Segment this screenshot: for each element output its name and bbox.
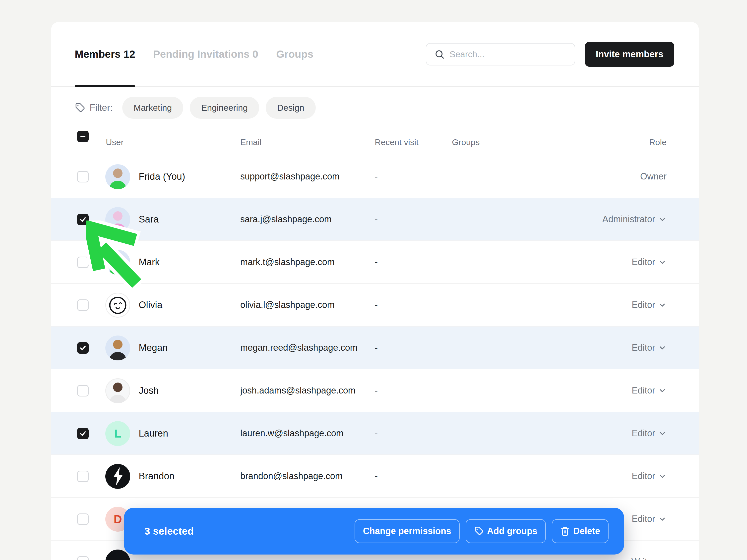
tab-pending-label: Pending Invitations 0 [153,48,258,60]
row-checkbox[interactable] [77,299,88,311]
table-row[interactable]: Mark mark.t@slashpage.com - Editor [51,241,699,284]
table-row[interactable]: Megan megan.reed@slashpage.com - Editor [51,326,699,369]
row-checkbox[interactable] [77,214,88,225]
role-label: Writer [632,557,655,560]
row-checkbox[interactable] [77,513,88,525]
row-checkbox[interactable] [77,385,88,397]
role-label: Editor [632,514,655,524]
change-permissions-button[interactable]: Change permissions [355,519,460,543]
member-email: megan.reed@slashpage.com [240,343,358,353]
row-checkbox[interactable] [77,257,88,268]
tab-groups[interactable]: Groups [276,22,313,86]
tab-members[interactable]: Members 12 [75,22,135,86]
role-dropdown[interactable]: Editor [632,343,667,353]
filter-chip-marketing[interactable]: Marketing [122,97,183,119]
filter-chip-design[interactable]: Design [266,97,316,119]
chevron-down-icon [658,558,667,560]
row-checkbox[interactable] [77,471,88,482]
member-name: Brandon [139,471,175,482]
members-page: Members 12 Pending Invitations 0 Groups … [0,0,747,560]
recent-visit-value: - [375,214,378,224]
recent-visit-value: - [375,343,378,353]
role-dropdown[interactable]: Editor [632,385,667,396]
row-checkbox[interactable] [77,428,88,439]
column-header-recent-visit: Recent visit [375,137,418,147]
recent-visit-value: - [375,300,378,310]
table-row[interactable]: Sara sara.j@slashpage.com - Administrato… [51,198,699,241]
column-header-role: Role [649,137,667,147]
member-name: Lauren [139,428,168,439]
column-header-user: User [106,137,124,147]
chevron-down-icon [658,386,667,395]
chevron-down-icon [658,215,667,223]
table-row[interactable]: L Lauren lauren.w@slashpage.com - Editor [51,412,699,455]
member-email: support@slashpage.com [240,171,340,182]
add-groups-button[interactable]: Add groups [466,519,546,543]
avatar [105,378,130,403]
search-input[interactable] [450,49,569,59]
role-label: Editor [632,300,655,310]
filter-chip-engineering[interactable]: Engineering [190,97,259,119]
chevron-down-icon [658,258,667,266]
member-name: Sara [139,214,159,225]
role-dropdown[interactable]: Administrator [602,214,667,224]
role-dropdown[interactable]: Editor [632,514,667,524]
avatar [105,464,130,489]
role-dropdown[interactable]: Editor [632,428,667,438]
row-checkbox[interactable] [77,342,88,354]
table-row[interactable]: Brandon brandon@slashpage.com - Editor [51,455,699,498]
header-row: Members 12 Pending Invitations 0 Groups … [51,22,699,87]
recent-visit-value: - [375,171,378,182]
avatar [105,293,130,318]
member-email: brandon@slashpage.com [240,471,343,481]
role-dropdown[interactable]: Editor [632,257,667,267]
column-header-groups: Groups [452,137,480,147]
tag-icon [474,526,484,536]
avatar [105,207,130,232]
role-label: Owner [640,171,667,182]
role-label: Editor [632,343,655,353]
role-dropdown[interactable]: Owner [640,171,667,182]
recent-visit-value: - [375,428,378,438]
chevron-down-icon [658,515,667,523]
member-name: Frida (You) [139,171,185,182]
member-email: josh.adams@slashpage.com [240,385,356,396]
avatar [105,250,130,275]
filter-label: Filter: [89,103,113,113]
select-all-checkbox[interactable] [77,131,88,142]
chevron-down-icon [658,344,667,352]
member-name: Megan [139,343,168,353]
role-dropdown[interactable]: Editor [632,471,667,481]
search-icon [434,49,445,59]
selected-count-label: 3 selected [145,526,194,537]
filter-row: Filter: Marketing Engineering Design [51,87,699,129]
member-email: lauren.w@slashpage.com [240,428,344,438]
table-header: User Email Recent visit Groups Role [51,129,699,155]
recent-visit-value: - [375,385,378,396]
search-box[interactable] [426,43,575,65]
table-row[interactable]: Josh josh.adams@slashpage.com - Editor [51,369,699,412]
table-row[interactable]: Frida (You) support@slashpage.com - Owne… [51,155,699,198]
member-name: Mark [139,257,160,268]
role-label: Editor [632,385,655,396]
member-name: Olivia [139,300,162,310]
table-body: Frida (You) support@slashpage.com - Owne… [51,155,699,560]
member-email: sara.j@slashpage.com [240,214,332,224]
row-checkbox[interactable] [77,171,88,182]
table-row[interactable]: Olivia olivia.l@slashpage.com - Editor [51,284,699,326]
role-dropdown[interactable]: Writer [632,557,667,560]
row-checkbox[interactable] [77,556,88,560]
role-label: Editor [632,428,655,438]
delete-button[interactable]: Delete [552,519,609,543]
selection-bar-buttons: Change permissions Add groups Delete [355,519,609,543]
column-header-email: Email [240,137,261,147]
chevron-down-icon [658,429,667,437]
recent-visit-value: - [375,257,378,267]
invite-members-button[interactable]: Invite members [585,42,674,67]
avatar [105,164,130,189]
chevron-down-icon [658,301,667,309]
tab-pending-invitations[interactable]: Pending Invitations 0 [153,22,258,86]
role-dropdown[interactable]: Editor [632,300,667,310]
role-label: Editor [632,257,655,267]
tab-groups-label: Groups [276,48,313,60]
